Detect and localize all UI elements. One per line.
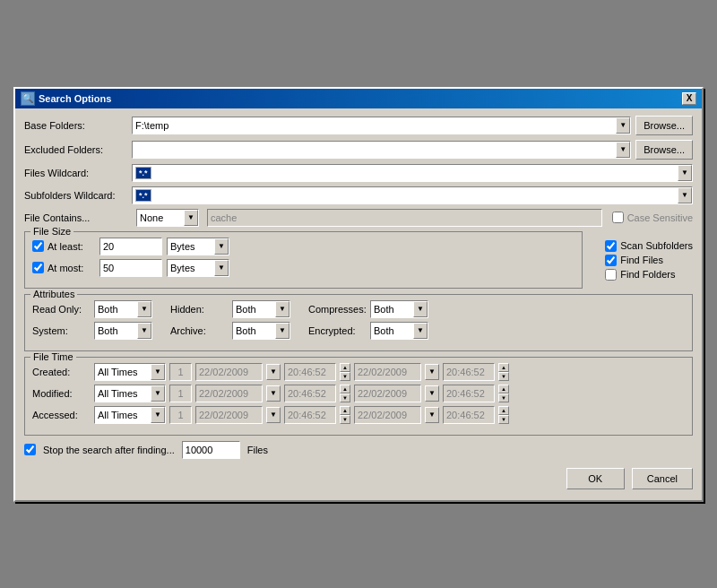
stop-value-input[interactable] <box>182 441 240 459</box>
created-time1-spin[interactable]: ▲ ▼ <box>340 363 350 381</box>
compresses-label: Compresses: <box>308 304 367 315</box>
file-contains-label: File Contains... <box>24 212 132 223</box>
accessed-time2-spin-down[interactable]: ▼ <box>498 415 509 424</box>
created-time2-spin[interactable]: ▲ ▼ <box>498 363 509 381</box>
accessed-num-input[interactable] <box>169 406 192 424</box>
stop-search-row: Stop the search after finding... Files <box>24 441 693 459</box>
base-folders-browse-button[interactable]: Browse... <box>635 116 693 135</box>
modified-time2-spin[interactable]: ▲ ▼ <box>498 385 509 402</box>
files-wildcard-combo-wrapper: *.* ▼ <box>132 164 693 182</box>
accessed-time1-input[interactable] <box>284 406 336 424</box>
created-date2-input[interactable] <box>354 363 421 381</box>
subfolders-wildcard-display[interactable]: *.* <box>132 186 693 204</box>
created-date2-arrow-wrapper: ▼ <box>425 364 439 380</box>
modified-date2-arrow-wrapper: ▼ <box>425 385 439 402</box>
hidden-label: Hidden: <box>170 304 229 315</box>
modified-time2-input[interactable] <box>443 385 495 402</box>
accessed-time1-spin-up[interactable]: ▲ <box>340 406 350 415</box>
created-time1-spin-up[interactable]: ▲ <box>340 363 350 372</box>
modified-time-select[interactable]: All TimesBeforeAfterBetween <box>94 385 166 402</box>
created-time2-spin-up[interactable]: ▲ <box>498 363 509 372</box>
modified-time1-spin[interactable]: ▲ ▼ <box>340 385 350 402</box>
created-time1-spin-down[interactable]: ▼ <box>340 372 350 381</box>
created-time-select[interactable]: All TimesBeforeAfterBetween <box>94 363 166 381</box>
close-button[interactable]: X <box>682 92 696 105</box>
dialog-title: Search Options <box>39 93 111 104</box>
scan-options-panel: Scan Subfolders Find Files Find Folders <box>605 240 693 294</box>
at-least-unit-select[interactable]: Bytes KB MB <box>167 238 229 255</box>
at-most-checkbox-label: At most: <box>32 262 95 273</box>
find-folders-checkbox[interactable] <box>605 269 617 281</box>
accessed-time-select[interactable]: All TimesBeforeAfterBetween <box>94 406 166 424</box>
excluded-folders-row: Excluded Folders: ▼ Browse... <box>24 140 693 160</box>
find-files-checkbox[interactable] <box>605 255 617 266</box>
title-bar: 🔍 Search Options X <box>15 89 702 108</box>
modified-num-input[interactable] <box>169 385 192 402</box>
files-wildcard-icon: *.* <box>135 167 151 179</box>
excluded-folders-browse-button[interactable]: Browse... <box>635 140 693 160</box>
at-most-checkbox[interactable] <box>32 262 44 273</box>
modified-time2-spin-down[interactable]: ▼ <box>498 393 509 402</box>
file-time-group-label: File Time <box>30 351 76 362</box>
stop-search-checkbox[interactable] <box>24 444 36 455</box>
at-least-row: At least: Bytes KB MB ▼ <box>32 238 574 255</box>
stop-search-label: Stop the search after finding... <box>43 445 175 455</box>
modified-time1-spin-down[interactable]: ▼ <box>340 393 350 402</box>
created-date1-arrow: ▼ <box>266 364 281 380</box>
accessed-time-row: Accessed: All TimesBeforeAfterBetween ▼ … <box>32 406 685 424</box>
excluded-folders-display[interactable] <box>132 141 631 159</box>
archive-select[interactable]: BothYesNo <box>232 322 290 340</box>
file-contains-type-select[interactable]: None Text Hex <box>136 209 199 227</box>
created-num-input[interactable] <box>169 363 192 381</box>
modified-select-wrapper: All TimesBeforeAfterBetween ▼ <box>94 385 166 402</box>
accessed-time2-spin[interactable]: ▲ ▼ <box>498 406 509 424</box>
encrypted-select[interactable]: BothYesNo <box>370 322 428 340</box>
modified-time-row: Modified: All TimesBeforeAfterBetween ▼ … <box>32 385 685 402</box>
hidden-select[interactable]: BothYesNo <box>232 300 290 318</box>
at-most-input[interactable] <box>99 259 162 277</box>
compresses-select-wrapper: BothYesNo ▼ <box>370 300 428 318</box>
base-folders-display[interactable]: F:\temp <box>132 117 631 134</box>
at-least-input[interactable] <box>99 238 162 255</box>
at-least-checkbox[interactable] <box>32 240 44 252</box>
ok-button[interactable]: OK <box>566 468 625 489</box>
find-folders-label: Find Folders <box>620 269 675 280</box>
created-time2-spin-down[interactable]: ▼ <box>498 372 509 381</box>
excluded-folders-label: Excluded Folders: <box>24 144 132 155</box>
system-select[interactable]: BothYesNo <box>94 322 152 340</box>
accessed-time2-input[interactable] <box>443 406 495 424</box>
compresses-item: Compresses: BothYesNo ▼ <box>308 300 428 318</box>
scan-subfolders-checkbox[interactable] <box>605 240 617 252</box>
at-least-checkbox-label: At least: <box>32 240 95 252</box>
read-only-select[interactable]: BothYesNo <box>94 300 152 318</box>
created-time2-input[interactable] <box>443 363 495 381</box>
accessed-time1-spin-down[interactable]: ▼ <box>340 415 350 424</box>
accessed-date2-input[interactable] <box>354 406 421 424</box>
files-wildcard-display[interactable]: *.* <box>132 164 693 182</box>
modified-date1-input[interactable] <box>195 385 263 402</box>
attributes-group-label: Attributes <box>30 289 77 299</box>
read-only-item: Read Only: BothYesNo ▼ <box>32 300 152 318</box>
subfolders-wildcard-label: Subfolders Wildcard: <box>24 190 132 201</box>
modified-time1-spin-up[interactable]: ▲ <box>340 385 350 393</box>
case-sensitive-checkbox[interactable] <box>612 212 624 223</box>
accessed-time1-spin[interactable]: ▲ ▼ <box>340 406 350 424</box>
compresses-select[interactable]: BothYesNo <box>370 300 428 318</box>
created-time1-input[interactable] <box>284 363 336 381</box>
modified-time1-input[interactable] <box>284 385 336 402</box>
modified-date2-input[interactable] <box>354 385 421 402</box>
at-most-unit-select[interactable]: Bytes KB MB <box>167 259 229 277</box>
encrypted-select-wrapper: BothYesNo ▼ <box>370 322 428 340</box>
file-contains-row: File Contains... None Text Hex ▼ cache C… <box>24 209 693 227</box>
dialog-body: Base Folders: F:\temp ▼ Browse... Exclud… <box>15 108 702 500</box>
cancel-button[interactable]: Cancel <box>632 468 693 489</box>
file-contains-text-input[interactable]: cache <box>207 209 602 227</box>
created-select-wrapper: All TimesBeforeAfterBetween ▼ <box>94 363 166 381</box>
created-date1-input[interactable] <box>195 363 263 381</box>
modified-time2-spin-up[interactable]: ▲ <box>498 385 509 393</box>
accessed-date1-input[interactable] <box>195 406 263 424</box>
accessed-time2-spin-up[interactable]: ▲ <box>498 406 509 415</box>
accessed-label: Accessed: <box>32 410 91 420</box>
attributes-group: Attributes Read Only: BothYesNo ▼ Hidden… <box>24 294 693 351</box>
accessed-date1-arrow: ▼ <box>266 407 281 423</box>
